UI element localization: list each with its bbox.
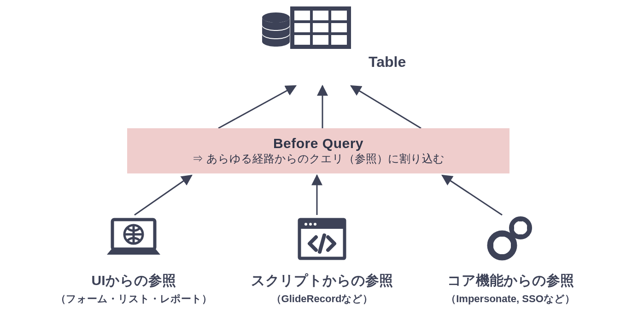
code-window-icon xyxy=(297,211,347,261)
svg-point-6 xyxy=(262,12,290,23)
node-script: スクリプトからの参照 （GlideRecordなど） xyxy=(239,211,405,306)
diagram-stage: Table Before Query ⇒ あらゆる経路からのクエリ（参照）に割り… xyxy=(0,0,644,322)
node-core: コア機能からの参照 （Impersonate, SSOなど） xyxy=(427,211,593,306)
source-nodes: UIからの参照 （フォーム・リスト・レポート） スクリプトからの参照 （Glid… xyxy=(0,211,644,306)
before-query-band: Before Query ⇒ あらゆる経路からのクエリ（参照）に割り込む xyxy=(127,128,509,173)
svg-line-5 xyxy=(442,175,502,215)
svg-point-18 xyxy=(498,241,506,250)
svg-point-16 xyxy=(517,225,524,231)
table-grid-icon xyxy=(290,6,351,49)
node-subtitle: （GlideRecordなど） xyxy=(271,292,373,306)
svg-point-12 xyxy=(309,223,312,226)
band-subtitle: ⇒ あらゆる経路からのクエリ（参照）に割り込む xyxy=(192,151,445,166)
svg-line-3 xyxy=(135,175,192,215)
node-ui: UIからの参照 （フォーム・リスト・レポート） xyxy=(51,211,217,306)
node-title: コア機能からの参照 xyxy=(447,271,574,290)
svg-line-0 xyxy=(218,86,296,128)
node-title: スクリプトからの参照 xyxy=(251,271,393,290)
svg-point-13 xyxy=(314,223,316,226)
gears-icon xyxy=(483,211,538,261)
table-label: Table xyxy=(369,54,406,71)
node-subtitle: （Impersonate, SSOなど） xyxy=(446,292,575,306)
laptop-globe-icon xyxy=(104,211,163,261)
table-block xyxy=(261,6,351,48)
node-subtitle: （フォーム・リスト・レポート） xyxy=(56,292,212,306)
svg-point-11 xyxy=(304,223,307,226)
band-title: Before Query xyxy=(273,136,363,151)
node-title: UIからの参照 xyxy=(92,271,176,290)
database-icon xyxy=(261,12,291,48)
svg-line-2 xyxy=(351,86,421,128)
